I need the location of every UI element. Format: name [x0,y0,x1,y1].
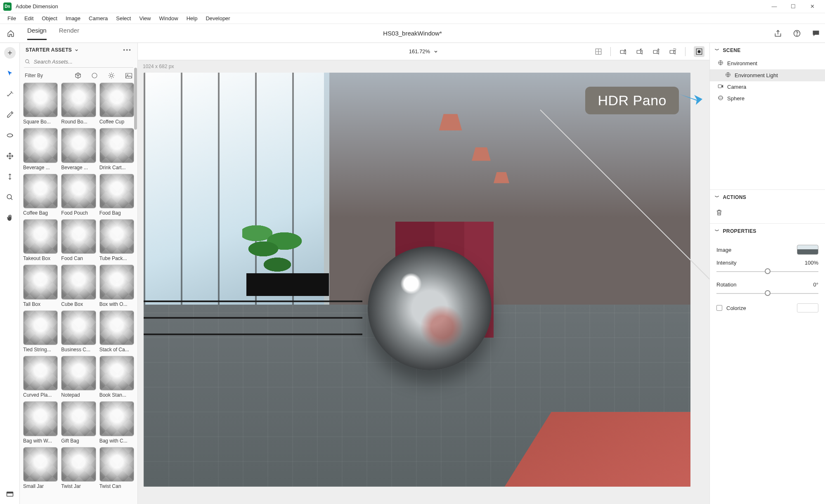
asset-thumb [23,310,58,345]
prop-image-chip[interactable] [797,245,818,255]
asset-item[interactable]: Drink Cart... [99,128,134,170]
asset-item[interactable]: Takeout Box [23,219,58,261]
menu-developer[interactable]: Developer [201,15,234,21]
colorize-swatch[interactable] [797,303,818,312]
asset-item[interactable]: Coffee Cup [99,83,134,125]
asset-name: Beverage ... [23,163,58,170]
asset-item[interactable]: Coffee Bag [23,174,58,216]
share-icon[interactable] [774,29,782,38]
render-viewport[interactable] [144,73,690,487]
filter-materials-icon[interactable] [91,72,98,79]
menu-camera[interactable]: Camera [85,15,112,21]
asset-item[interactable]: Twist Jar [61,447,96,489]
render-preview-icon[interactable] [694,46,704,57]
asset-item[interactable]: Cube Box [61,265,96,307]
scene-item[interactable]: Environment Light [710,69,825,81]
menu-select[interactable]: Select [112,15,135,21]
asset-item[interactable]: Business C... [61,310,96,353]
asset-item[interactable]: Tall Box [23,265,58,307]
menu-edit[interactable]: Edit [20,15,38,21]
asset-item[interactable]: Round Bo... [61,83,96,125]
add-content-button[interactable] [4,47,16,59]
asset-item[interactable]: Twist Can [99,447,134,489]
window-maximize-button[interactable]: ☐ [784,0,803,13]
tab-design[interactable]: Design [27,27,47,40]
asset-item[interactable]: Small Jar [23,447,58,489]
scene-item[interactable]: Camera [710,81,825,92]
menu-window[interactable]: Window [155,15,182,21]
asset-item[interactable]: Beverage ... [23,128,58,170]
asset-item[interactable]: Gift Bag [61,401,96,443]
search-input[interactable] [34,59,132,65]
filter-lights-icon[interactable] [108,72,115,79]
orbit-tool[interactable] [4,130,16,141]
select-tool[interactable] [4,68,16,79]
camera-home-icon[interactable] [652,48,660,55]
intensity-slider[interactable] [716,267,818,275]
delete-button[interactable] [716,211,723,218]
colorize-checkbox[interactable] [716,305,722,311]
sphere-object[interactable] [368,246,492,370]
panel-toggle-button[interactable] [4,488,16,500]
asset-item[interactable]: Food Bag [99,174,134,216]
prop-rotation-value[interactable]: 0° [813,282,818,288]
prop-rotation-label: Rotation [716,282,736,288]
asset-item[interactable]: Tied String... [23,310,58,353]
chevron-down-icon[interactable] [433,49,438,54]
assets-more-button[interactable]: ••• [123,49,132,51]
asset-item[interactable]: Tube Pack... [99,219,134,261]
menu-file[interactable]: File [3,15,20,21]
trash-icon [716,208,723,216]
frame-selection-icon[interactable] [669,48,677,55]
asset-item[interactable]: Food Pouch [61,174,96,216]
assets-header-label: STARTER ASSETS [26,47,72,53]
asset-item[interactable]: Book Stan... [99,356,134,398]
hand-tool[interactable] [4,212,16,224]
scene-header[interactable]: ﹀ SCENE [710,43,825,57]
asset-name: Tied String... [23,345,58,353]
dolly-tool[interactable] [4,171,16,182]
filter-images-icon[interactable] [125,73,132,79]
asset-item[interactable]: Curved Pla... [23,356,58,398]
asset-item[interactable]: Beverage ... [61,128,96,170]
scene-item[interactable]: Sphere [710,92,825,104]
viewport-grid-icon[interactable] [595,48,602,55]
asset-name: Round Bo... [61,117,96,125]
filter-models-icon[interactable] [75,72,81,79]
asset-item[interactable]: Stack of Ca... [99,310,134,353]
magic-wand-tool[interactable] [4,88,16,100]
menu-object[interactable]: Object [38,15,61,21]
asset-item[interactable]: Box with O... [99,265,134,307]
assets-scrollbar[interactable] [133,43,137,504]
scene-item[interactable]: Environment [710,57,825,69]
actions-header[interactable]: ﹀ ACTIONS [710,190,825,204]
tab-render[interactable]: Render [59,27,79,40]
window-close-button[interactable]: ✕ [803,0,822,13]
feedback-icon[interactable] [812,29,820,38]
properties-header[interactable]: ﹀ PROPERTIES [710,224,825,238]
zoom-value[interactable]: 161.72% [409,48,430,54]
camera-bookmark-icon[interactable] [619,48,627,55]
assets-header[interactable]: STARTER ASSETS [26,47,79,53]
home-button[interactable] [5,30,17,37]
canvas-stage[interactable]: 1024 x 682 px HDR Pano [138,60,709,504]
asset-item[interactable]: Square Bo... [23,83,58,125]
menu-image[interactable]: Image [61,15,85,21]
pan-tool[interactable] [4,150,16,162]
sampler-tool[interactable] [4,109,16,121]
zoom-tool[interactable] [4,192,16,203]
menu-view[interactable]: View [135,15,155,21]
assets-search[interactable] [24,57,133,68]
menu-help[interactable]: Help [182,15,202,21]
rotation-slider[interactable] [716,289,818,297]
header: Design Render HS03_breakWindow* [0,24,825,43]
camera-undo-icon[interactable] [636,48,644,55]
prop-intensity-value[interactable]: 100% [805,260,818,266]
help-icon[interactable] [793,29,801,38]
asset-thumb [99,447,134,482]
asset-item[interactable]: Bag with C... [99,401,134,443]
asset-item[interactable]: Notepad [61,356,96,398]
asset-item[interactable]: Food Can [61,219,96,261]
window-minimize-button[interactable]: — [765,0,784,13]
asset-item[interactable]: Bag with W... [23,401,58,443]
